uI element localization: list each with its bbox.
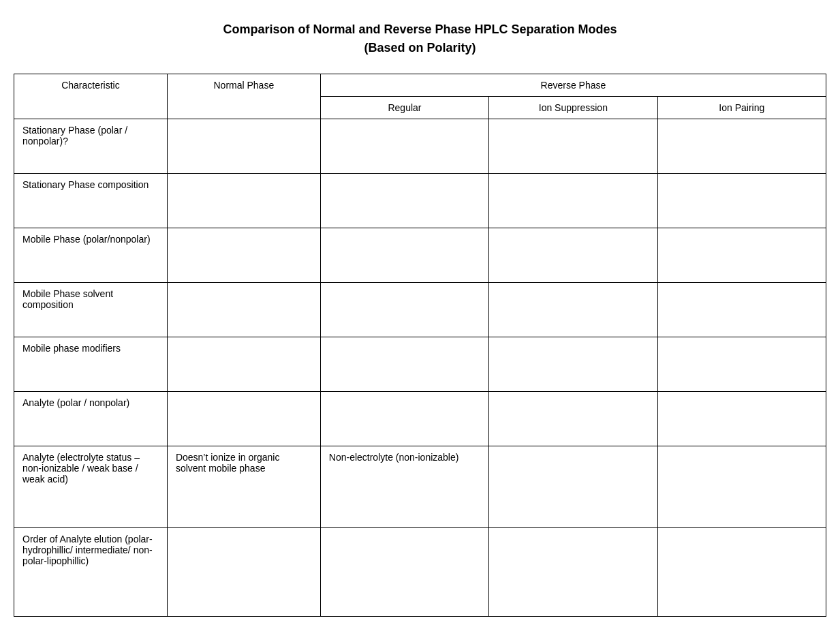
col-header-reverse-phase: Reverse Phase <box>320 74 826 97</box>
normal-phase-cell <box>167 392 320 446</box>
normal-phase-cell <box>167 228 320 283</box>
header-row-1: Characteristic Normal Phase Reverse Phas… <box>14 74 826 97</box>
col-header-regular: Regular <box>320 97 488 119</box>
ion-pairing-cell <box>657 174 826 228</box>
ion-pairing-cell <box>657 446 826 528</box>
regular-cell: Non-electrolyte (non-ionizable) <box>320 446 488 528</box>
regular-cell <box>320 228 488 283</box>
col-header-characteristic: Characteristic <box>14 74 168 119</box>
table-row: Mobile Phase solvent composition <box>14 283 826 337</box>
ion-suppression-cell <box>489 528 657 617</box>
table-row: Mobile Phase (polar/nonpolar) <box>14 228 826 283</box>
regular-cell <box>320 283 488 337</box>
regular-cell <box>320 528 488 617</box>
regular-cell <box>320 174 488 228</box>
ion-pairing-cell <box>657 392 826 446</box>
normal-phase-cell <box>167 119 320 174</box>
normal-phase-cell <box>167 283 320 337</box>
normal-phase-cell <box>167 528 320 617</box>
ion-suppression-cell <box>489 174 657 228</box>
ion-suppression-cell <box>489 337 657 392</box>
regular-cell <box>320 337 488 392</box>
table-row: Analyte (electrolyte status – non-ioniza… <box>14 446 826 528</box>
characteristic-cell: Mobile Phase (polar/nonpolar) <box>14 228 168 283</box>
table-row: Order of Analyte elution (polar-hydrophi… <box>14 528 826 617</box>
col-header-ion-pairing: Ion Pairing <box>657 97 826 119</box>
ion-suppression-cell <box>489 283 657 337</box>
ion-suppression-cell <box>489 119 657 174</box>
table-row: Stationary Phase composition <box>14 174 826 228</box>
regular-cell <box>320 119 488 174</box>
characteristic-cell: Analyte (electrolyte status – non-ioniza… <box>14 446 168 528</box>
ion-pairing-cell <box>657 228 826 283</box>
normal-phase-cell <box>167 174 320 228</box>
table-row: Analyte (polar / nonpolar) <box>14 392 826 446</box>
characteristic-cell: Order of Analyte elution (polar-hydrophi… <box>14 528 168 617</box>
characteristic-cell: Mobile phase modifiers <box>14 337 168 392</box>
ion-pairing-cell <box>657 337 826 392</box>
regular-cell <box>320 392 488 446</box>
table-row: Mobile phase modifiers <box>14 337 826 392</box>
characteristic-cell: Stationary Phase (polar / nonpolar)? <box>14 119 168 174</box>
characteristic-cell: Mobile Phase solvent composition <box>14 283 168 337</box>
ion-suppression-cell <box>489 228 657 283</box>
table-row: Stationary Phase (polar / nonpolar)? <box>14 119 826 174</box>
normal-phase-cell <box>167 337 320 392</box>
ion-pairing-cell <box>657 528 826 617</box>
col-header-ion-suppression: Ion Suppression <box>489 97 657 119</box>
comparison-table: Characteristic Normal Phase Reverse Phas… <box>14 74 826 617</box>
ion-suppression-cell <box>489 446 657 528</box>
characteristic-cell: Stationary Phase composition <box>14 174 168 228</box>
ion-pairing-cell <box>657 119 826 174</box>
ion-suppression-cell <box>489 392 657 446</box>
page-title: Comparison of Normal and Reverse Phase H… <box>14 20 826 57</box>
ion-pairing-cell <box>657 283 826 337</box>
characteristic-cell: Analyte (polar / nonpolar) <box>14 392 168 446</box>
normal-phase-cell: Doesn’t ionize in organic solvent mobile… <box>167 446 320 528</box>
col-header-normal-phase: Normal Phase <box>167 74 320 119</box>
